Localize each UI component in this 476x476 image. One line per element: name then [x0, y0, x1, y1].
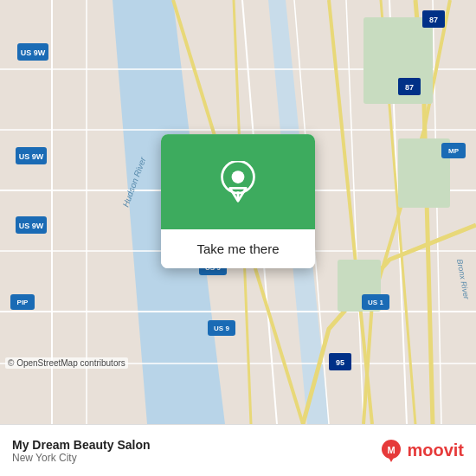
svg-text:PIP: PIP [17, 299, 29, 306]
svg-text:87: 87 [429, 16, 438, 24]
popup-green-area [161, 134, 315, 229]
place-subtitle: New York City [12, 452, 151, 464]
moovit-logo: M moovit [379, 439, 464, 463]
svg-text:US 9W: US 9W [19, 222, 44, 230]
footer-info: My Dream Beauty Salon New York City [12, 438, 151, 464]
location-pin-icon [217, 161, 259, 203]
svg-marker-53 [388, 456, 395, 462]
svg-text:US 9: US 9 [214, 325, 229, 332]
place-title: My Dream Beauty Salon [12, 438, 151, 452]
footer-bar: My Dream Beauty Salon New York City M mo… [0, 424, 476, 476]
map-container: US 9W US 9W US 9W US 9 US 9 87 87 95 US … [0, 0, 476, 424]
svg-text:95: 95 [336, 358, 344, 367]
svg-text:US 1: US 1 [368, 299, 383, 306]
moovit-brand-icon: M [379, 439, 403, 463]
moovit-brand-text: moovit [407, 441, 464, 460]
map-attribution: © OpenStreetMap contributors [5, 357, 128, 369]
svg-text:87: 87 [405, 83, 414, 92]
popup-card: Take me there [161, 134, 315, 268]
svg-text:US 9W: US 9W [21, 48, 46, 57]
take-me-there-button[interactable]: Take me there [161, 229, 315, 268]
svg-text:MP: MP [448, 147, 460, 155]
svg-text:US 9W: US 9W [19, 152, 44, 161]
svg-point-48 [232, 170, 245, 183]
svg-text:M: M [388, 445, 396, 455]
